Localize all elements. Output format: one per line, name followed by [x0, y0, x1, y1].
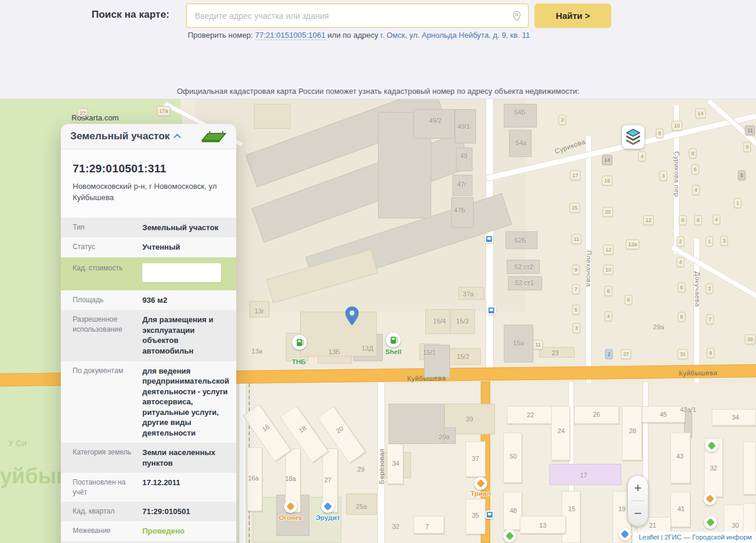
building-number-label: 15а — [513, 339, 524, 346]
map-pin-marker[interactable] — [345, 306, 359, 329]
poi-marker[interactable] — [705, 439, 718, 452]
search-box — [186, 4, 529, 28]
building-number-label: 52Б — [514, 237, 526, 244]
attribute-value: Проведено — [142, 526, 229, 537]
bus-stop-icon[interactable] — [485, 235, 493, 243]
brand-watermark: Roskarta.com — [71, 113, 119, 122]
house-number-chip: 3 — [558, 115, 566, 125]
check-address-link[interactable]: г. Омск, ул. Арнольда Нейбута, д. 9, кв.… — [380, 31, 530, 40]
street-label: Докучаева — [694, 272, 701, 307]
find-button[interactable]: Найти > — [535, 4, 611, 28]
cadastral-number: 71:29:010501:311 — [73, 162, 224, 175]
panel-title: Земельный участок — [70, 130, 170, 142]
building-number-label: 30 — [732, 522, 739, 529]
poi-marker[interactable] — [703, 492, 716, 505]
fuel-station-marker[interactable] — [386, 333, 401, 348]
building-number-label: 43 — [676, 453, 683, 460]
street-label: Сурикова пер — [673, 151, 680, 197]
zoom-in-button[interactable]: + — [628, 476, 648, 501]
attribute-label: Площадь — [73, 295, 142, 306]
building — [413, 109, 455, 139]
building-number-label: 39 — [466, 416, 473, 423]
building-number-label: 17 — [580, 472, 587, 479]
poi-label: Эрудит — [315, 514, 340, 521]
building-number-label: 43а/1 — [680, 406, 696, 413]
house-number-chip: 3 — [705, 284, 713, 294]
building-number-label: 50 — [510, 453, 517, 460]
road — [239, 382, 246, 543]
check-infix: или по адресу — [328, 31, 379, 40]
building-number-label: 32 — [710, 465, 717, 472]
house-number-chip: 15 — [569, 203, 580, 213]
house-number-chip: 2 — [605, 349, 612, 359]
house-number-chip: 8 — [656, 129, 663, 139]
layers-icon — [626, 129, 640, 145]
house-number-chip: 10 — [603, 265, 614, 275]
bus-stop-icon[interactable] — [485, 511, 494, 519]
building — [389, 404, 445, 444]
attribute-value: Земли населенных пунктов — [142, 447, 229, 468]
poi-marker[interactable] — [618, 528, 631, 541]
building-number-label: 47Б — [454, 207, 465, 214]
attribute-row: МежеваниеПроведено — [61, 521, 236, 541]
attribute-row: Кад. стоимость — [61, 257, 236, 290]
building-number-label: 52 ст1 — [515, 279, 534, 286]
street-label: Берёзовая — [378, 449, 385, 484]
redacted-value-box — [142, 263, 221, 282]
house-number-chip: 12 — [643, 215, 654, 225]
attribute-value: 71:29:010501 — [142, 506, 229, 517]
house-number-chip: 8 — [689, 149, 696, 159]
street-label: Куйбышева — [407, 374, 446, 382]
orange-diamond-icon — [286, 502, 295, 511]
poi-marker[interactable] — [503, 529, 516, 542]
house-number-chip: 4 — [712, 215, 720, 225]
house-number-chip: 20 — [602, 207, 613, 217]
collapse-chevron-icon[interactable] — [174, 133, 181, 141]
leaflet-link[interactable]: Leaflet — [638, 534, 659, 541]
building-number-label: 24 — [558, 427, 565, 434]
poi-marker[interactable] — [321, 500, 334, 513]
zoom-out-button[interactable]: − — [628, 501, 648, 526]
check-number-link[interactable]: 77:21:0151005:1061 — [255, 31, 325, 40]
building-number-label: 13Д — [361, 345, 373, 352]
map[interactable]: У СиуйбышСуриковаСурикова перПлехановаДо… — [0, 99, 756, 543]
poi-marker[interactable] — [704, 516, 717, 529]
building-number-label: 13 — [539, 522, 546, 529]
green-diamond-icon — [506, 532, 514, 540]
building — [456, 148, 472, 171]
bus-stop-icon[interactable] — [487, 306, 496, 315]
house-number-chip: 6 — [624, 295, 632, 305]
poi-marker[interactable] — [474, 477, 487, 490]
house-number-chip: 7 — [572, 284, 579, 295]
attribute-label: Кад. стоимость — [73, 263, 142, 282]
search-input[interactable] — [187, 11, 513, 21]
poi-marker[interactable] — [284, 500, 297, 513]
land-plot-icon — [201, 130, 227, 143]
house-number-chip: 12а — [625, 240, 639, 250]
green-diamond-icon — [706, 518, 715, 526]
fuel-station-marker[interactable] — [292, 335, 307, 350]
house-number-chip: 9 — [572, 265, 579, 275]
poi-label: Огонек — [279, 514, 302, 521]
house-number-chip: 17 — [570, 171, 581, 181]
blue-diamond-icon — [324, 502, 332, 511]
layers-control-button[interactable] — [622, 125, 644, 149]
house-number-chip: 31 — [677, 349, 688, 359]
building — [743, 441, 756, 495]
house-number-chip: 4 — [604, 312, 612, 322]
building-number-label: 49/2 — [429, 117, 441, 124]
map-attribution: Leaflet|2ГИС — Городской информ — [633, 532, 756, 543]
2gis-link[interactable]: 2ГИС — Городской информ — [664, 534, 752, 541]
building — [504, 104, 537, 127]
orange-diamond-icon — [477, 479, 485, 488]
house-number-chip: 8 — [604, 286, 612, 296]
fuel-pump-icon — [297, 339, 302, 346]
building-number-label: 20а — [439, 433, 449, 440]
building-number-label: 52 ст2 — [514, 263, 533, 270]
building-number-label: 48 — [510, 507, 517, 514]
building-number-label: 49/1 — [457, 123, 470, 130]
panel-header: Земельный участок — [61, 124, 236, 149]
house-number-chip: 6 — [677, 283, 685, 293]
attribute-label: Кад. квартал — [73, 506, 142, 517]
attribute-label: Статус — [73, 242, 142, 253]
